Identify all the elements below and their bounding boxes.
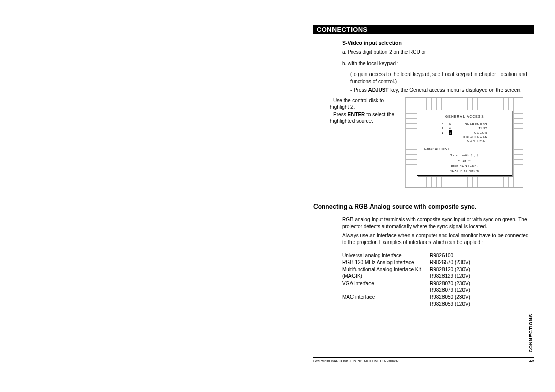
panel-title: GENERAL ACCESS — [417, 115, 512, 118]
text: Select with — [450, 154, 470, 157]
num: 4 — [449, 126, 451, 130]
text: - Press — [350, 87, 368, 93]
right-arrow-icon: → — [468, 159, 472, 162]
interface-row: RGB 120 MHz Analog InterfaceR9826570 (23… — [342, 259, 534, 266]
section-header: CONNECTIONS — [313, 25, 534, 34]
interface-name: Universal analog interface — [342, 252, 430, 259]
interface-code: R9826570 (230V) — [430, 259, 470, 266]
interface-row: VGA interfaceR9828070 (230V) — [342, 280, 534, 287]
interface-name: Multifunctional Analog Interface Kit — [342, 266, 430, 273]
footer-page-number: 4-5 — [529, 359, 534, 363]
right-diagram: GENERAL ACCESS 56 34 12 SHARPNESS TINT C… — [405, 97, 534, 188]
num: 5 — [442, 122, 444, 126]
setting: TINT — [463, 126, 487, 130]
text: key, the General access menu is displaye… — [388, 87, 521, 93]
grid-background: GENERAL ACCESS 56 34 12 SHARPNESS TINT C… — [405, 97, 523, 188]
up-arrow-icon: ↑ — [471, 153, 473, 157]
interface-name: MAC interface — [342, 294, 430, 301]
interface-name — [342, 301, 430, 308]
num: 1 — [442, 130, 444, 135]
down-arrow-icon: ↓ — [477, 153, 479, 157]
two-column-block: - Use the control disk to highlight 2. -… — [313, 97, 534, 188]
num: 3 — [442, 126, 444, 130]
setting: BRIGHTNESS — [463, 135, 487, 139]
setting: COLOR — [463, 130, 487, 135]
svideo-heading: S-Video input selection — [342, 40, 534, 46]
setting: CONTRAST — [463, 139, 487, 143]
interface-name — [342, 287, 430, 294]
rgb-section-title: Connecting a RGB Analog source with comp… — [313, 203, 534, 210]
svideo-adjust-line: - Press ADJUST key, the General access m… — [350, 87, 530, 94]
svideo-step-a: a. Press digit button 2 on the RCU or — [342, 49, 530, 56]
side-tab-label: CONNECTIONS — [528, 314, 533, 352]
interface-row: Multifunctional Analog Interface KitR982… — [342, 266, 534, 273]
panel-instructions: Enter ADJUST Select with ↑ , ↓ ← or → th… — [417, 147, 512, 174]
or-line: ← or → — [417, 158, 512, 164]
interface-row: MAC interfaceR9828050 (230V) — [342, 294, 534, 301]
use-disk-line: - Use the control disk to highlight 2. — [330, 97, 398, 111]
text: - Press — [330, 111, 347, 117]
left-instructions: - Use the control disk to highlight 2. -… — [313, 97, 398, 188]
left-arrow-icon: ← — [457, 159, 461, 162]
setting: SHARPNESS — [463, 122, 487, 126]
source-numbers: 56 34 12 — [442, 122, 452, 143]
interface-code: R9826100 — [430, 252, 453, 259]
page-footer: R5975238 BARCOVISION 701 MULTIMEDIA 2804… — [313, 357, 534, 363]
svideo-note: (to gain access to the local keypad, see… — [350, 71, 530, 85]
interface-row: R9828079 (120V) — [342, 287, 534, 294]
interface-row: (MAGIK)R9828129 (120V) — [342, 273, 534, 280]
interface-code: R9828050 (230V) — [430, 294, 470, 301]
select-with-line: Select with ↑ , ↓ — [417, 152, 512, 158]
interface-table: Universal analog interfaceR9826100RGB 12… — [313, 252, 534, 308]
interface-code: R9828120 (230V) — [430, 266, 470, 273]
exit-line: <EXIT> to return — [417, 169, 512, 174]
interface-code: R9828070 (230V) — [430, 280, 470, 287]
press-enter-line: - Press ENTER to select the highlighted … — [330, 111, 398, 125]
interface-row: R9828059 (120V) — [342, 301, 534, 308]
highlighted-num: 2 — [449, 130, 452, 135]
num: 6 — [449, 122, 451, 126]
settings-list: SHARPNESS TINT COLOR BRIGHTNESS CONTRAST — [463, 122, 487, 143]
interface-name: RGB 120 MHz Analog Interface — [342, 259, 430, 266]
interface-row: Universal analog interfaceR9826100 — [342, 252, 534, 259]
interface-name: (MAGIK) — [342, 273, 430, 280]
then-enter: then <ENTER>. — [417, 164, 512, 169]
interface-code: R9828079 (120V) — [430, 287, 470, 294]
rgb-para2: Always use an interface when a computer … — [342, 232, 530, 246]
rgb-para1: RGB analog input terminals with composit… — [342, 216, 530, 230]
text: or — [463, 159, 467, 162]
svideo-step-b: b. with the local keypad : — [342, 60, 530, 67]
manual-page: CONNECTIONS S-Video input selection a. P… — [313, 25, 534, 374]
footer-doc-id: R5975238 BARCOVISION 701 MULTIMEDIA 2804… — [313, 359, 399, 363]
interface-code: R9828059 (120V) — [430, 301, 470, 308]
osd-panel: GENERAL ACCESS 56 34 12 SHARPNESS TINT C… — [417, 110, 512, 176]
interface-code: R9828129 (120V) — [430, 273, 470, 280]
enter-key: ENTER — [347, 111, 365, 117]
interface-name: VGA interface — [342, 280, 430, 287]
adjust-key: ADJUST — [368, 87, 388, 93]
enter-adjust: Enter ADJUST — [424, 147, 512, 152]
